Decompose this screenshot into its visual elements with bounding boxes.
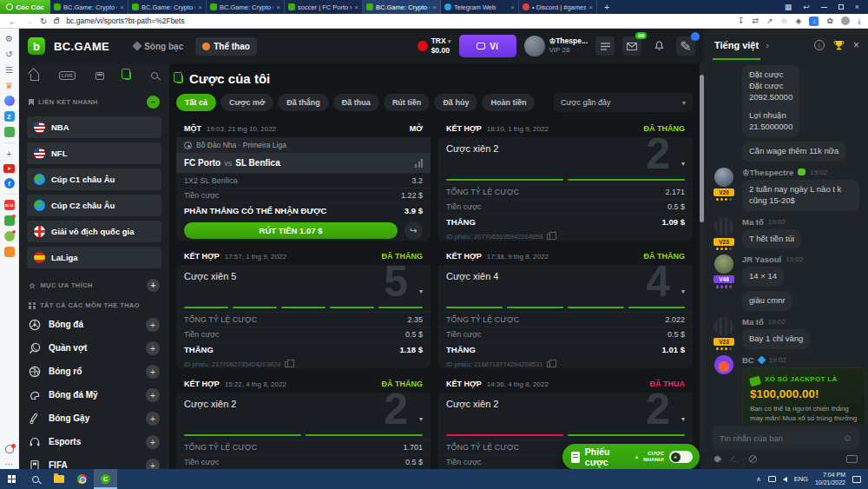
sport-item-basketball[interactable]: Bóng rổ+ [27,360,161,383]
expand-sport-button[interactable]: + [146,459,160,470]
expand-sport-button[interactable]: + [146,318,160,332]
reload-icon[interactable]: ↻ [40,17,47,26]
download-button[interactable]: ↓ [809,17,819,26]
url-text[interactable]: bc.game/vi/sports?bt-path=%2Fbets [66,17,730,25]
copy-icon[interactable] [547,234,552,240]
bet-card-single[interactable]: MỘT19:03, 21 thg 10, 2022MỞ Bồ Đào Nha ·… [176,120,431,241]
new-tab-button[interactable]: + [597,0,616,14]
filter-won[interactable]: Đã thắng [278,94,329,111]
expand-sport-button[interactable]: + [146,341,160,355]
save-page-icon[interactable]: ↧ [738,17,745,25]
chat-info-icon[interactable]: i [814,40,825,50]
avatar[interactable] [714,168,733,187]
collapse-quick-links-button[interactable]: − [147,96,160,109]
expand-chevron-icon[interactable]: ▾ [681,287,685,295]
nav-sports[interactable]: Thể thao [195,37,257,56]
sidebar-item-nfl[interactable]: NFL [27,142,161,164]
promo-leaf-icon[interactable] [4,231,15,241]
sale-badge-icon[interactable]: 25.10 [4,200,15,210]
add-favorite-button[interactable]: + [147,279,160,292]
chat-language-tab[interactable]: Tiếng việt [713,31,760,60]
start-button[interactable] [0,469,23,489]
emoji-icon[interactable]: ☺ [843,433,852,443]
filter-cancelled[interactable]: Đã hủy [434,94,477,111]
sidebar-item-cup-c1[interactable]: Cúp C1 châu Âu [27,169,161,190]
match-row[interactable]: FC Porto vs SL Benfica [176,153,431,173]
filter-refund[interactable]: Hoàn tiền [482,94,535,111]
tab-close-icon[interactable]: × [120,3,124,11]
network-icon[interactable] [768,476,776,482]
expand-chevron-icon[interactable]: ▾ [419,415,423,423]
cashout-button[interactable]: RÚT TIỀN 1.07 $ [184,222,398,239]
bc-bot-avatar[interactable] [714,355,733,374]
sidebar-item-laliga[interactable]: LaLiga [27,247,161,268]
reading-list-icon[interactable]: ☰ [4,64,15,75]
share-icon[interactable]: ↗ [766,17,773,25]
sport-item-cricket[interactable]: Bóng Gậy+ [27,406,161,430]
expand-sport-button[interactable]: + [146,388,160,402]
jackpot-promo-card[interactable]: XỔ SỐ JACKPOT LÀ $100,000.00! Bạn có thể… [742,367,865,423]
youtube-icon[interactable] [3,164,15,173]
bet-card-combo[interactable]: KẾT HỢP17:57, 1 thg 9, 2022ĐÃ THẮNG Cược… [176,248,431,368]
shopping-cart-icon[interactable] [4,247,15,257]
coccoc-taskbar-icon[interactable]: C [94,469,117,489]
coin-drop-icon[interactable] [749,455,757,463]
language-indicator[interactable]: ENG [794,475,808,483]
search-icon[interactable] [151,72,158,79]
action-center-icon[interactable] [852,476,861,483]
trophy-icon[interactable] [833,40,845,50]
bell-icon[interactable] [649,36,668,56]
expand-chevron-icon[interactable]: ▾ [681,415,685,423]
bet-card-combo[interactable]: KẾT HỢP17:38, 9 thg 8, 2022ĐÃ THẮNG Cược… [438,248,693,368]
avatar[interactable] [714,254,733,274]
expand-sport-button[interactable]: + [146,412,160,426]
tab-close-icon[interactable]: × [510,3,515,11]
currency-selector[interactable]: TRX ▾ $0.00 [418,36,451,55]
expand-chevron-icon[interactable]: ▾ [681,160,685,168]
sport-item-tennis[interactable]: Quần vợt+ [27,336,161,360]
sort-dropdown[interactable]: Cược gần đây▾ [554,93,693,112]
browser-tab[interactable]: BC.Game: Crypto Casino× [50,0,128,14]
browser-tab[interactable]: soccer | FC Porto vs SL B× [285,0,363,14]
extensions-icon[interactable]: ✿ [826,17,833,25]
user-profile[interactable]: ♔Thespe... VIP 28 [524,36,588,56]
mail-icon[interactable]: 99 [622,36,641,56]
bet-list-icon[interactable] [595,36,615,56]
chrome-icon[interactable] [70,469,94,489]
filter-all[interactable]: Tất cả [176,94,216,111]
zalo-icon[interactable]: Z [4,111,15,122]
tab-close-icon[interactable]: × [276,3,280,11]
share-bet-icon[interactable]: ↪ [404,221,423,240]
more-options-icon[interactable]: ⋯ [4,459,15,469]
sidebar-item-national-league[interactable]: Giải vô địch quốc gia [27,221,161,242]
home-icon[interactable] [30,74,39,81]
bet-card-combo[interactable]: KẾT HỢP18:10, 1 thg 9, 2022ĐÃ THẮNG Cược… [438,120,693,241]
sport-item-football[interactable]: Bóng đá+ [27,313,161,336]
file-explorer-icon[interactable] [47,469,70,489]
expand-chevron-icon[interactable]: ▾ [419,287,423,295]
avatar[interactable] [714,217,733,236]
adblock-shield-icon[interactable]: ◈ [796,17,802,25]
filter-cashout[interactable]: Rút tiền [384,94,431,111]
tab-search-icon[interactable]: ▦ [785,3,792,11]
taskbar-search-icon[interactable] [23,469,47,489]
bcgame-logo[interactable]: b [28,37,45,55]
forward-icon[interactable]: → [24,17,33,26]
rain-tip-icon[interactable] [713,454,722,463]
quick-bet-toggle[interactable]: + [669,451,693,463]
bet-card-combo[interactable]: KẾT HỢP15:22, 4 thg 8, 2022ĐÃ THẮNG Cược… [176,375,431,469]
translate-icon[interactable]: ⇄ [752,17,759,25]
expand-sport-button[interactable]: + [146,435,160,449]
my-bets-icon[interactable] [124,71,131,80]
betslip-button[interactable]: Phiếu cược ▴ CƯỢCNHANH! + [562,444,700,470]
gift-icon[interactable] [4,215,15,226]
expand-sport-button[interactable]: + [146,365,160,379]
facebook-icon[interactable]: f [4,178,15,188]
volume-icon[interactable] [783,477,787,482]
nav-casino[interactable]: Sòng bạc [127,37,190,56]
filter-open[interactable]: Cược mở [220,94,273,111]
live-icon[interactable]: LIVE [59,71,76,80]
bcgame-wordmark[interactable]: BC.GAME [54,40,109,53]
back-icon[interactable]: ← [9,17,17,26]
add-shortcut-icon[interactable]: + [4,149,15,159]
